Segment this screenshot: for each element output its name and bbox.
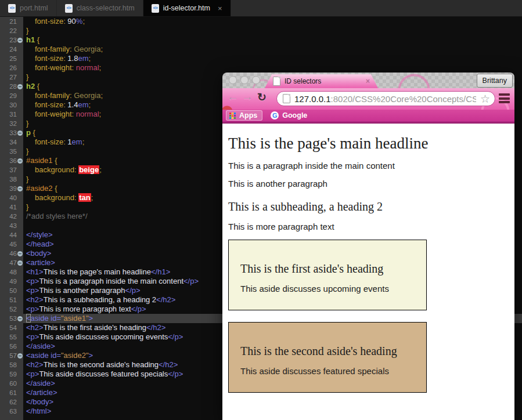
line-number: 35 — [0, 147, 17, 156]
line-number: 62 — [0, 397, 17, 407]
browser-titlebar: ID selectors × Brittany — [222, 73, 514, 88]
bookmark-google[interactable]: G Google — [271, 111, 307, 120]
line-number: 47 — [0, 258, 17, 267]
aside-beige: This is the first aside's heading This a… — [228, 240, 427, 310]
window-zoom-button[interactable] — [252, 76, 260, 84]
bookmarks-bar: Apps G Google — [222, 110, 514, 121]
window-close-button[interactable] — [229, 76, 237, 84]
line-number: 63 — [0, 407, 17, 416]
line-number: 53 — [0, 314, 17, 323]
fold-marker-icon[interactable] — [17, 186, 23, 191]
line-number: 41 — [0, 202, 17, 212]
forward-icon[interactable]: → — [242, 90, 253, 103]
editor-tab[interactable]: <>id-selector.htm× — [143, 0, 231, 16]
page-paragraph: This is another paragraph — [228, 179, 509, 189]
browser-window: ID selectors × Brittany ← → ↻ 127.0.0.1:… — [222, 73, 514, 420]
back-icon[interactable]: ← — [227, 90, 239, 103]
line-number: 26 — [0, 63, 17, 73]
code-line[interactable]: 21font-size: 90%; — [0, 17, 522, 26]
code-line[interactable]: 23h1 { — [0, 35, 522, 45]
editor-tab[interactable]: <>class-selector.htm — [57, 0, 143, 16]
fold-marker-icon[interactable] — [17, 251, 23, 256]
fold-marker-icon[interactable] — [17, 158, 23, 164]
page-main-headline: This is the page's main headline — [228, 135, 509, 153]
line-number: 52 — [0, 305, 17, 314]
line-number: 59 — [0, 370, 17, 379]
code-line[interactable]: 22} — [0, 26, 522, 35]
page-paragraph: This is a paragraph inside the main cont… — [228, 161, 509, 171]
fold-marker-icon[interactable] — [17, 84, 23, 89]
line-number: 32 — [0, 119, 17, 128]
rendered-page: This is the page's main headline This is… — [222, 124, 514, 420]
line-number: 24 — [0, 45, 17, 54]
browser-tab-title: ID selectors — [285, 77, 321, 85]
line-number: 42 — [0, 212, 17, 221]
tab-close-icon[interactable]: × — [366, 77, 370, 85]
url-path: :8020/CSS%20Core%20Concepts/CS... — [331, 94, 476, 104]
line-number: 48 — [0, 267, 17, 277]
html-file-icon: <> — [152, 4, 159, 13]
line-number: 34 — [0, 137, 17, 147]
line-number: 38 — [0, 175, 17, 184]
editor-tab[interactable]: <>port.html — [0, 0, 57, 16]
line-number: 55 — [0, 332, 17, 342]
line-number: 36 — [0, 156, 17, 165]
code-text: font-size: 1.8em; — [0, 54, 522, 63]
line-number: 61 — [0, 388, 17, 397]
line-number: 40 — [0, 193, 17, 202]
editor-tab-label: port.html — [20, 4, 48, 12]
code-text: font-size: 90%; — [0, 17, 522, 26]
window-minimize-button[interactable] — [240, 76, 249, 84]
screenshot-stage: <>port.html<>class-selector.htm<>id-sele… — [0, 0, 522, 420]
line-number: 58 — [0, 360, 17, 370]
line-number: 28 — [0, 82, 17, 91]
code-text: } — [0, 26, 522, 35]
code-line[interactable]: 25font-size: 1.8em; — [0, 54, 522, 63]
line-number: 50 — [0, 286, 17, 295]
line-number: 57 — [0, 351, 17, 360]
aside-text: This aside discusses upcoming events — [240, 284, 415, 294]
line-number: 21 — [0, 17, 17, 26]
line-number: 30 — [0, 100, 17, 110]
url-text[interactable]: 127.0.0.1:8020/CSS%20Core%20Concepts/CS.… — [294, 94, 476, 104]
fold-marker-icon[interactable] — [17, 316, 23, 321]
bookmark-apps[interactable]: Apps — [226, 110, 262, 121]
aside-tan: This is the second aside's heading This … — [228, 322, 427, 393]
line-number: 37 — [0, 165, 17, 175]
code-line[interactable]: 26font-weight: normal; — [0, 63, 522, 73]
editor-tab-label: class-selector.htm — [77, 4, 135, 12]
profile-badge[interactable]: Brittany — [477, 74, 513, 88]
bookmark-label: Apps — [239, 111, 257, 120]
google-g-icon: G — [271, 111, 279, 120]
line-number: 29 — [0, 91, 17, 100]
line-number: 22 — [0, 26, 17, 35]
reload-icon[interactable]: ↻ — [257, 90, 267, 104]
line-number: 60 — [0, 379, 17, 388]
page-icon — [283, 94, 290, 103]
html-file-icon: <> — [8, 4, 16, 13]
fold-marker-icon[interactable] — [17, 131, 23, 136]
line-number: 27 — [0, 73, 17, 82]
line-number: 49 — [0, 277, 17, 286]
url-host: 127.0.0.1 — [294, 94, 331, 104]
code-line[interactable]: 24font-family: Georgia; — [0, 45, 522, 54]
aside-heading: This is the second aside's heading — [240, 345, 415, 358]
tab-close-icon[interactable]: × — [218, 4, 222, 13]
menu-icon[interactable] — [499, 93, 510, 103]
line-number: 46 — [0, 249, 17, 258]
browser-toolbar: ← → ↻ 127.0.0.1:8020/CSS%20Core%20Concep… — [222, 88, 514, 110]
line-number: 43 — [0, 221, 17, 230]
line-number: 33 — [0, 128, 17, 137]
editor-tabbar: <>port.html<>class-selector.htm<>id-sele… — [0, 0, 522, 17]
apps-grid-icon — [229, 113, 236, 119]
line-number: 56 — [0, 342, 17, 351]
line-number: 44 — [0, 230, 17, 240]
fold-marker-icon[interactable] — [17, 353, 23, 359]
line-number: 39 — [0, 184, 17, 193]
fold-marker-icon[interactable] — [17, 38, 23, 43]
line-number: 54 — [0, 323, 17, 332]
bookmark-star-icon[interactable]: ☆ — [480, 93, 490, 104]
fold-marker-icon[interactable] — [17, 260, 23, 266]
url-bar[interactable]: 127.0.0.1:8020/CSS%20Core%20Concepts/CS.… — [276, 91, 495, 106]
browser-tab[interactable]: ID selectors × — [265, 74, 378, 88]
